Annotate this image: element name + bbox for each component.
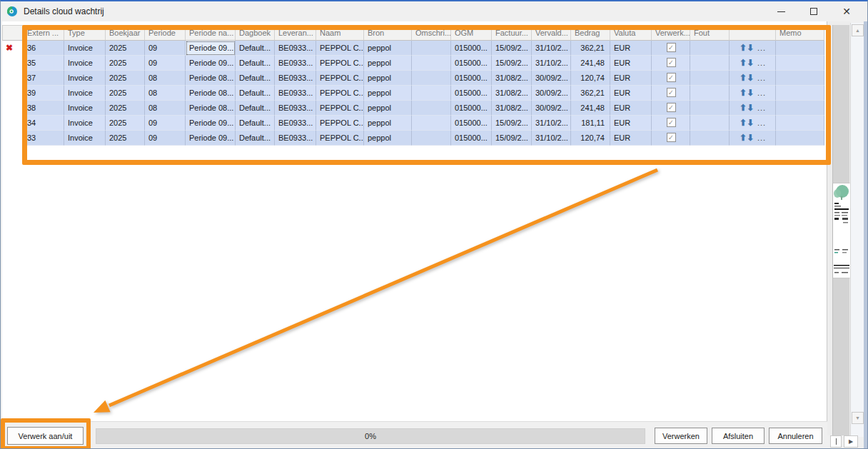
column-header-periode_naam[interactable]: Periode na... (186, 25, 236, 41)
cell-valuta[interactable]: EUR (610, 71, 652, 86)
cell-dagboek[interactable]: Default... (236, 56, 275, 71)
cell-vervaldatum[interactable]: 31/10/2... (532, 41, 571, 56)
move-down-icon[interactable]: ⬇ (747, 88, 754, 98)
cell-fout[interactable] (690, 86, 730, 101)
cell-extern[interactable]: 38 (24, 101, 64, 116)
cell-bedrag[interactable]: 362,21 (571, 86, 610, 101)
verwerk-checkbox[interactable]: ✓ (667, 103, 676, 112)
cell-memo[interactable] (776, 131, 824, 146)
scroll-down-icon[interactable]: ▼ (852, 412, 864, 424)
cell-bron[interactable]: peppol (364, 131, 412, 146)
column-header-type[interactable]: Type (64, 25, 106, 41)
cell-leverancier[interactable]: BE0933... (275, 101, 316, 116)
verwerk-checkbox[interactable]: ✓ (667, 133, 676, 142)
cell-leverancier[interactable]: BE0933... (275, 41, 316, 56)
cell-leverancier[interactable]: BE0933... (275, 131, 316, 146)
cell-dagboek[interactable]: Default... (236, 131, 275, 146)
cell-dagboek[interactable]: Default... (236, 116, 275, 131)
cell-boekjaar[interactable]: 2025 (106, 131, 145, 146)
more-button[interactable]: ... (757, 89, 766, 97)
cell-boekjaar[interactable]: 2025 (106, 56, 145, 71)
cell-type[interactable]: Invoice (64, 131, 106, 146)
cell-omschrijving[interactable] (412, 116, 451, 131)
column-header-ogm[interactable]: OGM (451, 25, 492, 41)
column-header-verwerk[interactable]: Verwerk... (652, 25, 690, 41)
verwerk-checkbox[interactable]: ✓ (667, 88, 676, 97)
move-up-icon[interactable]: ⬆ (740, 133, 747, 143)
cell-bedrag[interactable]: 241,48 (571, 56, 610, 71)
cell-leverancier[interactable]: BE0933... (275, 86, 316, 101)
cell-ogm[interactable]: 015000... (451, 101, 492, 116)
table-row[interactable]: 33Invoice202509Periode 09...Default...BE… (2, 131, 827, 146)
cell-bron[interactable]: peppol (364, 116, 412, 131)
cell-ogm[interactable]: 015000... (451, 131, 492, 146)
cell-naam[interactable]: PEPPOL C... (316, 86, 364, 101)
cell-memo[interactable] (776, 56, 824, 71)
column-header-periode[interactable]: Periode (145, 25, 186, 41)
cell-type[interactable]: Invoice (64, 41, 106, 56)
column-header-valuta[interactable]: Valuta (610, 25, 652, 41)
more-button[interactable]: ... (757, 59, 766, 67)
column-header-memo[interactable]: Memo (776, 25, 824, 41)
column-header-bedrag[interactable]: Bedrag (571, 25, 610, 41)
column-header-bron[interactable]: Bron (364, 25, 412, 41)
cell-fout[interactable] (690, 116, 730, 131)
more-button[interactable]: ... (757, 133, 766, 142)
cell-naam[interactable]: PEPPOL C... (316, 41, 364, 56)
vertical-scrollbar[interactable]: ▲ ▼ (850, 23, 864, 437)
cell-memo[interactable] (776, 71, 824, 86)
cell-extern[interactable]: 34 (24, 116, 64, 131)
scroll-grip-icon[interactable] (830, 435, 842, 448)
table-row[interactable]: 39Invoice202508Periode 08...Default...BE… (2, 86, 827, 101)
cell-actions[interactable]: ⬆⬇... (730, 86, 776, 101)
cell-verwerk[interactable]: ✓ (652, 71, 690, 86)
table-row[interactable]: 34Invoice202509Periode 09...Default...BE… (2, 116, 827, 131)
cell-factuurdatum[interactable]: 15/09/2... (492, 41, 532, 56)
move-down-icon[interactable]: ⬇ (747, 58, 754, 68)
move-up-icon[interactable]: ⬆ (740, 73, 747, 83)
move-down-icon[interactable]: ⬇ (747, 103, 754, 113)
more-button[interactable]: ... (757, 118, 766, 127)
cell-verwerk[interactable]: ✓ (652, 131, 690, 146)
verwerken-button[interactable]: Verwerken (655, 428, 707, 444)
cell-boekjaar[interactable]: 2025 (106, 71, 145, 86)
cell-verwerk[interactable]: ✓ (652, 56, 690, 71)
cell-periode_naam[interactable]: Periode 09... (186, 116, 236, 131)
cell-periode[interactable]: 09 (145, 41, 186, 56)
cell-memo[interactable] (776, 86, 824, 101)
cell-bron[interactable]: peppol (364, 86, 412, 101)
cell-factuurdatum[interactable]: 31/08/2... (492, 71, 532, 86)
cell-memo[interactable] (776, 116, 824, 131)
cell-omschrijving[interactable] (412, 101, 451, 116)
cell-vervaldatum[interactable]: 30/09/2... (532, 86, 571, 101)
cell-fout[interactable] (690, 41, 730, 56)
cell-dagboek[interactable]: Default... (236, 86, 275, 101)
more-button[interactable]: ... (757, 44, 766, 52)
cell-extern[interactable]: 33 (24, 131, 64, 146)
cell-valuta[interactable]: EUR (610, 131, 652, 146)
column-header-fout[interactable]: Fout (690, 25, 730, 41)
cell-type[interactable]: Invoice (64, 116, 106, 131)
annuleren-button[interactable]: Annuleren (769, 428, 822, 444)
cell-periode_naam[interactable]: Periode 08... (186, 101, 236, 116)
cell-bedrag[interactable]: 362,21 (571, 41, 610, 56)
column-header-dagboek[interactable]: Dagboek (236, 25, 275, 41)
more-button[interactable]: ... (757, 74, 766, 82)
cell-ogm[interactable]: 015000... (451, 41, 492, 56)
cell-periode[interactable]: 08 (145, 86, 186, 101)
cell-boekjaar[interactable]: 2025 (106, 86, 145, 101)
cell-boekjaar[interactable]: 2025 (106, 41, 145, 56)
column-header-factuurdatum[interactable]: Factuur... (492, 25, 532, 41)
cell-dagboek[interactable]: Default... (236, 41, 275, 56)
cell-actions[interactable]: ⬆⬇... (730, 56, 776, 71)
verwerk-aan-uit-button[interactable]: Verwerk aan/uit (7, 427, 84, 445)
cell-periode[interactable]: 09 (145, 116, 186, 131)
move-down-icon[interactable]: ⬇ (747, 73, 754, 83)
cell-boekjaar[interactable]: 2025 (106, 116, 145, 131)
cell-type[interactable]: Invoice (64, 86, 106, 101)
cell-bron[interactable]: peppol (364, 71, 412, 86)
cell-valuta[interactable]: EUR (610, 56, 652, 71)
cell-factuurdatum[interactable]: 31/08/2... (492, 86, 532, 101)
more-button[interactable]: ... (757, 104, 766, 112)
column-header-omschrijving[interactable]: Omschri... (412, 25, 451, 41)
